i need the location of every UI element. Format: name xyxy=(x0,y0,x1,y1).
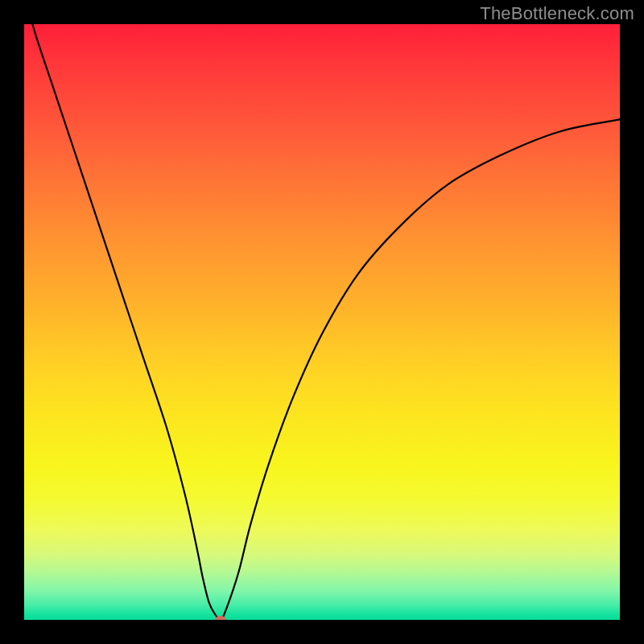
chart-frame: TheBottleneck.com xyxy=(0,0,644,644)
curve-svg xyxy=(24,24,620,620)
bottleneck-curve xyxy=(24,24,620,620)
valley-marker-icon xyxy=(215,616,226,620)
watermark-text: TheBottleneck.com xyxy=(480,3,634,24)
plot-area xyxy=(24,24,620,620)
